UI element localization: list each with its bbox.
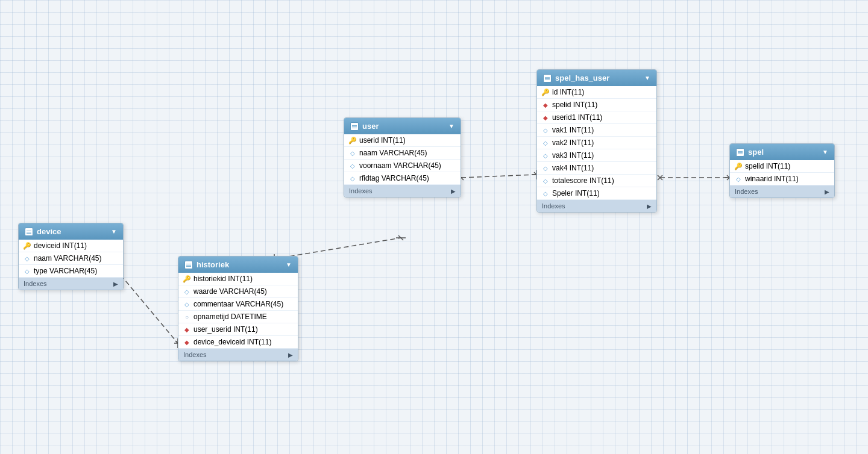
table-row: ◇ Speler INT(11) xyxy=(537,187,656,200)
field-label: spelid INT(11) xyxy=(552,101,597,109)
indexes-arrow[interactable]: ▶ xyxy=(288,352,293,358)
fk-icon: ◆ xyxy=(542,114,549,121)
table-spel-has-user-indexes[interactable]: Indexes ▶ xyxy=(537,200,656,212)
diamond-icon: ◇ xyxy=(24,255,31,262)
field-label: vak1 INT(11) xyxy=(552,126,594,134)
indexes-label: Indexes xyxy=(542,202,565,210)
table-user-name: user xyxy=(362,122,379,131)
table-row: ◇ vak1 INT(11) xyxy=(537,124,656,137)
table-spel-dropdown[interactable]: ▼ xyxy=(822,149,828,155)
table-spel-header[interactable]: spel ▼ xyxy=(730,144,834,160)
field-label: Speler INT(11) xyxy=(552,189,600,197)
field-label: deviceid INT(11) xyxy=(34,241,87,250)
indexes-arrow[interactable]: ▶ xyxy=(825,188,829,195)
indexes-arrow[interactable]: ▶ xyxy=(113,281,118,287)
table-row: ◇ commentaar VARCHAR(45) xyxy=(178,298,298,311)
field-label: userid1 INT(11) xyxy=(552,113,602,122)
diamond-icon: ◇ xyxy=(349,162,356,169)
table-spel-name: spel xyxy=(748,148,764,157)
table-historiek[interactable]: historiek ▼ 🔑 historiekid INT(11) ◇ waar… xyxy=(178,256,298,361)
table-row: 🔑 historiekid INT(11) xyxy=(178,273,298,285)
table-historiek-header[interactable]: historiek ▼ xyxy=(178,257,298,273)
indexes-label: Indexes xyxy=(24,280,47,287)
pk-icon: 🔑 xyxy=(24,242,31,249)
svg-line-0 xyxy=(116,269,178,343)
table-historiek-icon xyxy=(184,261,193,269)
table-row: ◇ naam VARCHAR(45) xyxy=(344,147,461,160)
table-device-header[interactable]: device ▼ xyxy=(19,223,123,240)
pk-icon: 🔑 xyxy=(349,137,356,144)
indexes-label: Indexes xyxy=(349,187,373,194)
diamond-icon: ◇ xyxy=(24,267,31,275)
table-row: ◇ voornaam VARCHAR(45) xyxy=(344,160,461,172)
table-user[interactable]: user ▼ 🔑 userid INT(11) ◇ naam VARCHAR(4… xyxy=(344,117,461,197)
table-spel-indexes[interactable]: Indexes ▶ xyxy=(730,185,834,197)
field-label: commentaar VARCHAR(45) xyxy=(193,300,283,308)
field-label: opnametijd DATETIME xyxy=(193,313,267,321)
field-label: rfidtag VARCHAR(45) xyxy=(359,174,429,182)
table-historiek-indexes[interactable]: Indexes ▶ xyxy=(178,349,298,361)
table-spel-has-user-header[interactable]: spel_has_user ▼ xyxy=(537,70,656,86)
table-device-dropdown[interactable]: ▼ xyxy=(111,228,117,235)
field-label: totalescore INT(11) xyxy=(552,176,614,185)
table-row: ◇ winaarid INT(11) xyxy=(730,173,834,185)
diamond-icon: ◇ xyxy=(349,175,356,182)
table-row: ◇ waarde VARCHAR(45) xyxy=(178,285,298,298)
field-label: historiekid INT(11) xyxy=(193,275,253,283)
table-device-name: device xyxy=(37,227,61,236)
indexes-arrow[interactable]: ▶ xyxy=(647,203,652,210)
indexes-label: Indexes xyxy=(735,188,758,195)
table-row: ◆ spelid INT(11) xyxy=(537,99,656,111)
table-spel-icon xyxy=(736,148,744,157)
table-device-icon xyxy=(25,228,33,236)
field-label: naam VARCHAR(45) xyxy=(34,254,101,263)
pk-icon: 🔑 xyxy=(542,89,549,96)
fk-icon: ◆ xyxy=(183,326,190,333)
table-row: 🔑 deviceid INT(11) xyxy=(19,240,123,252)
fk-icon: ◆ xyxy=(183,338,190,346)
diamond-icon: ◇ xyxy=(542,190,549,197)
table-spel-has-user[interactable]: spel_has_user ▼ 🔑 id INT(11) ◆ spelid IN… xyxy=(536,69,657,213)
table-row: ◇ vak3 INT(11) xyxy=(537,149,656,162)
table-spel-has-user-icon xyxy=(543,74,552,82)
field-label: vak3 INT(11) xyxy=(552,151,594,160)
diamond-icon: ◇ xyxy=(542,139,549,146)
table-row: ◇ rfidtag VARCHAR(45) xyxy=(344,172,461,185)
table-row: 🔑 id INT(11) xyxy=(537,86,656,99)
indexes-label: Indexes xyxy=(183,351,207,358)
field-label: naam VARCHAR(45) xyxy=(359,149,427,157)
table-spel-has-user-dropdown[interactable]: ▼ xyxy=(644,75,650,81)
table-user-dropdown[interactable]: ▼ xyxy=(448,123,454,129)
field-label: waarde VARCHAR(45) xyxy=(193,287,267,296)
diamond-icon: ◇ xyxy=(542,164,549,172)
field-label: userid INT(11) xyxy=(359,136,406,145)
field-label: spelid INT(11) xyxy=(745,162,790,170)
table-row: 🔑 userid INT(11) xyxy=(344,134,461,147)
table-row: ◆ userid1 INT(11) xyxy=(537,111,656,124)
table-row: ○ opnametijd DATETIME xyxy=(178,311,298,323)
field-label: winaarid INT(11) xyxy=(745,175,799,183)
svg-line-9 xyxy=(398,235,403,240)
table-historiek-dropdown[interactable]: ▼ xyxy=(286,261,292,268)
table-user-header[interactable]: user ▼ xyxy=(344,118,461,134)
diamond-icon: ◇ xyxy=(183,300,190,308)
field-label: vak2 INT(11) xyxy=(552,138,594,147)
table-device-indexes[interactable]: Indexes ▶ xyxy=(19,278,123,290)
table-row: 🔑 spelid INT(11) xyxy=(730,160,834,173)
diamond-icon: ◇ xyxy=(735,175,742,182)
diamond-icon: ◇ xyxy=(542,177,549,184)
table-row: ◇ naam VARCHAR(45) xyxy=(19,252,123,265)
fk-icon: ◆ xyxy=(542,101,549,108)
table-spel[interactable]: spel ▼ 🔑 spelid INT(11) ◇ winaarid INT(1… xyxy=(729,143,835,198)
table-device[interactable]: device ▼ 🔑 deviceid INT(11) ◇ naam VARCH… xyxy=(18,223,124,290)
table-spel-has-user-name: spel_has_user xyxy=(555,73,609,82)
table-user-indexes[interactable]: Indexes ▶ xyxy=(344,185,461,197)
table-historiek-name: historiek xyxy=(197,260,229,269)
indexes-arrow[interactable]: ▶ xyxy=(451,188,456,194)
field-label: voornaam VARCHAR(45) xyxy=(359,161,441,170)
diamond-icon: ◇ xyxy=(349,149,356,157)
db-canvas: device ▼ 🔑 deviceid INT(11) ◇ naam VARCH… xyxy=(0,0,868,454)
table-row: ◇ vak4 INT(11) xyxy=(537,162,656,175)
diamond-icon: ◇ xyxy=(542,152,549,159)
field-label: type VARCHAR(45) xyxy=(34,267,97,275)
